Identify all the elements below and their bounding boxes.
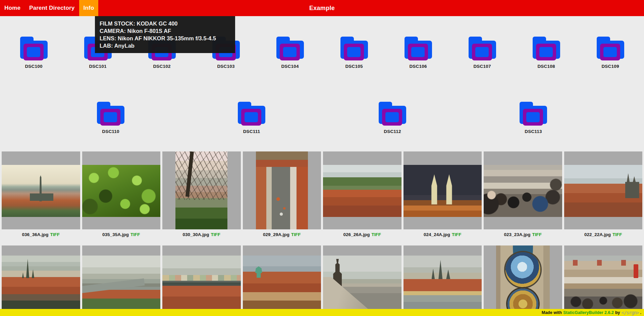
footer-by: by <box>615 310 620 315</box>
nav-item-home[interactable]: Home <box>0 0 25 16</box>
folder-label: DSC112 <box>384 129 401 134</box>
folder-label: DSC103 <box>217 64 234 69</box>
thumbnail-format-link[interactable]: TIFF <box>130 232 140 237</box>
folder-item-dsc100[interactable]: DSC100 <box>2 37 66 69</box>
footer-brand-link[interactable]: </srgn> <box>622 310 639 315</box>
thumbnail-column <box>484 245 562 316</box>
thumbnail-filename[interactable]: 035_35A.jpg <box>102 232 129 237</box>
thumbnail-frame <box>243 151 321 229</box>
thumbnail-label: 024_24A.jpg TIFF <box>404 229 482 245</box>
footer-period: . <box>640 310 641 315</box>
folder-icon-frame <box>408 44 428 60</box>
thumbnail-tile[interactable] <box>2 151 80 229</box>
thumbnail-label: 029_29A.jpg TIFF <box>243 229 321 245</box>
folder-grid-row2: DSC110 DSC111 DSC112 DSC113 <box>0 102 644 134</box>
folder-label: DSC108 <box>537 64 555 69</box>
thumbnail-filename[interactable]: 023_23A.jpg <box>504 232 531 237</box>
folder-item-dsc109[interactable]: DSC109 <box>578 37 642 69</box>
thumbnail-format-link[interactable]: TIFF <box>452 232 462 237</box>
thumbnail-frame <box>2 151 80 229</box>
folder-label: DSC107 <box>473 64 491 69</box>
nav-item-info[interactable]: Info <box>79 0 99 16</box>
thumbnail-tile[interactable] <box>564 151 643 229</box>
folder-icon <box>597 37 624 61</box>
folder-label: DSC111 <box>243 129 260 134</box>
thumbnail-tile[interactable] <box>404 245 482 316</box>
folder-item-dsc105[interactable]: DSC105 <box>322 37 386 69</box>
footer-builder-link[interactable]: StaticGalleryBuilder 2.6.2 <box>563 310 614 315</box>
thumbnail-tile[interactable] <box>564 245 643 316</box>
thumbnail-frame <box>564 245 643 316</box>
thumbnail-filename[interactable]: 029_29A.jpg <box>263 232 289 237</box>
thumbnail-tile[interactable] <box>323 151 401 229</box>
thumbnail-image-astronomical-clock <box>496 245 550 316</box>
thumbnail-column: 023_23A.jpg TIFF <box>484 151 562 245</box>
thumbnail-label: 035_35A.jpg TIFF <box>82 229 161 245</box>
thumbnail-frame <box>82 245 161 316</box>
thumbnail-filename[interactable]: 030_30A.jpg <box>183 232 209 237</box>
thumbnail-column: 024_24A.jpg TIFF <box>404 151 482 245</box>
thumbnail-column <box>162 245 241 316</box>
thumbnail-tile[interactable] <box>82 245 161 316</box>
nav-item-parent-directory[interactable]: Parent Directory <box>25 0 79 16</box>
thumbnail-format-link[interactable]: TIFF <box>50 232 60 237</box>
thumbnail-filename[interactable]: 024_24A.jpg <box>424 232 450 237</box>
folder-icon-frame <box>100 109 120 126</box>
folder-icon <box>469 37 496 61</box>
thumbnail-frame <box>162 245 241 316</box>
thumbnail-tile[interactable] <box>162 245 241 316</box>
thumbnail-tile[interactable] <box>484 245 562 316</box>
thumbnail-tile[interactable] <box>82 151 161 229</box>
thumbnail-format-link[interactable]: TIFF <box>532 232 542 237</box>
thumbnail-filename[interactable]: 022_22A.jpg <box>584 232 611 237</box>
thumbnail-tile[interactable] <box>484 151 562 229</box>
folder-icon-frame <box>600 44 620 60</box>
folder-item-dsc112[interactable]: DSC112 <box>322 102 463 134</box>
thumbnail-frame <box>82 151 161 229</box>
folder-icon-frame <box>536 44 556 60</box>
thumbnail-image-rooftops-dome <box>243 256 321 309</box>
folder-label: DSC110 <box>102 129 119 134</box>
thumbnail-frame <box>162 151 241 229</box>
thumbnail-frame <box>2 245 80 316</box>
thumbnail-image-square-from-above <box>256 151 308 229</box>
folder-label: DSC101 <box>89 64 106 69</box>
thumbnail-column: 030_30A.jpg TIFF <box>162 151 241 245</box>
folder-icon <box>533 37 560 61</box>
thumbnail-format-link[interactable]: TIFF <box>291 232 301 237</box>
thumbnail-tile[interactable] <box>404 151 482 229</box>
folder-icon-frame <box>23 44 44 60</box>
folder-item-dsc107[interactable]: DSC107 <box>450 37 514 69</box>
thumbnail-format-link[interactable]: TIFF <box>612 232 622 237</box>
folder-item-dsc111[interactable]: DSC111 <box>181 102 322 134</box>
nav-item-label: Parent Directory <box>29 5 74 11</box>
thumbnail-column: 029_29A.jpg TIFF <box>243 151 321 245</box>
folder-icon <box>405 37 432 61</box>
folder-item-dsc110[interactable]: DSC110 <box>40 102 181 134</box>
thumbnail-column: 036_36A.jpg TIFF <box>2 151 80 245</box>
thumbnail-image-green-foliage <box>82 165 161 217</box>
folder-item-dsc106[interactable]: DSC106 <box>386 37 450 69</box>
thumbnail-format-link[interactable]: TIFF <box>211 232 220 237</box>
thumbnail-column <box>564 245 643 316</box>
thumbnail-image-river-bridge-pano <box>162 256 241 309</box>
thumbnail-tile[interactable] <box>2 245 80 316</box>
thumbnail-tile[interactable] <box>243 245 321 316</box>
thumbnail-frame <box>484 245 562 316</box>
thumbnail-column <box>323 245 401 316</box>
thumbnail-filename[interactable]: 036_36A.jpg <box>22 232 49 237</box>
thumbnail-format-link[interactable]: TIFF <box>371 232 381 237</box>
thumbnail-image-rooftops-cathedral <box>564 165 643 217</box>
folder-item-dsc104[interactable]: DSC104 <box>258 37 322 69</box>
thumbnail-image-castle-riverbank <box>404 256 482 309</box>
thumbnail-tile[interactable] <box>323 245 401 316</box>
folder-icon <box>276 37 304 61</box>
thumbnail-tile[interactable] <box>162 151 241 229</box>
thumbnail-filename[interactable]: 026_26A.jpg <box>343 232 370 237</box>
folder-item-dsc108[interactable]: DSC108 <box>514 37 578 69</box>
thumbnail-frame <box>404 245 482 316</box>
thumbnail-image-bridge-crowd <box>484 165 562 217</box>
thumbnail-image-rooftops-hill <box>323 165 401 217</box>
thumbnail-tile[interactable] <box>243 151 321 229</box>
folder-item-dsc113[interactable]: DSC113 <box>463 102 604 134</box>
